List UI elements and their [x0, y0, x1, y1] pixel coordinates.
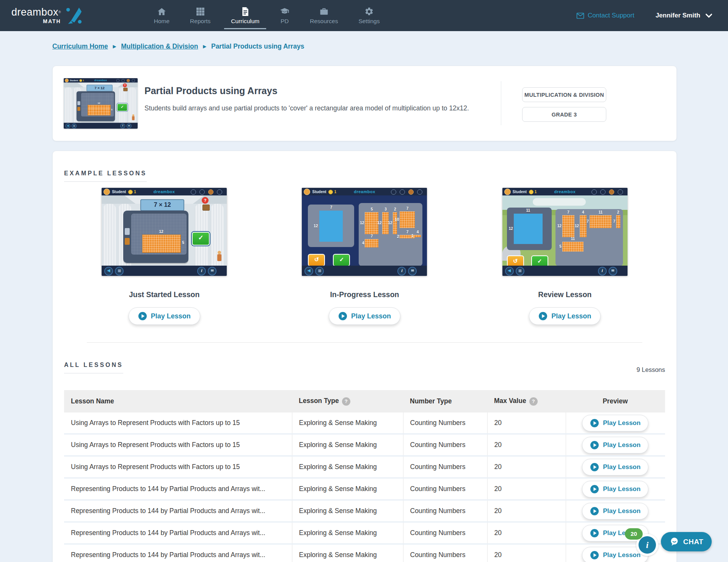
nav-item-home[interactable]: Home: [152, 7, 171, 25]
reports-grid-icon: [196, 7, 205, 16]
pause-icon: [592, 189, 597, 195]
play-lesson-button[interactable]: Play Lesson: [582, 459, 648, 475]
breadcrumb-curriculum-home[interactable]: Curriculum Home: [52, 43, 108, 50]
help-icon[interactable]: ?: [342, 397, 350, 406]
number-type-cell: Counting Numbers: [403, 522, 487, 544]
array-top-label: 12: [88, 102, 110, 105]
message-icon: ✉: [126, 123, 132, 128]
example-label: In-Progress Lesson: [330, 290, 399, 299]
keyboard-icon: ▤: [516, 267, 524, 275]
badge-group: MULTIPLICATION & DIVISION GRADE 3: [522, 87, 606, 122]
block-top-label: 5: [365, 207, 378, 212]
max-value-cell: 20: [487, 412, 566, 434]
tool-chip: [125, 228, 130, 235]
play-lesson-label: Play Lesson: [151, 312, 191, 320]
info-icon: i: [639, 536, 656, 554]
play-lesson-button[interactable]: Play Lesson: [129, 307, 200, 325]
thumbnail-review[interactable]: 1112↺✓71241211727115Student1dreambox◀▤i✉: [502, 188, 628, 276]
help-icon[interactable]: ?: [529, 397, 538, 406]
lesson-type-cell: Exploring & Sense Making: [292, 434, 403, 456]
col-number-type: Number Type: [403, 390, 487, 412]
user-name: Jennifer Smith: [656, 12, 700, 19]
info-icon: i: [120, 123, 126, 128]
preview-cell: Play Lesson: [566, 500, 665, 522]
example-lessons-row: 7 × 12?125✓Student1dreambox◀▤i✉ Just Sta…: [64, 188, 665, 325]
play-lesson-button[interactable]: Play Lesson: [582, 481, 648, 497]
number-type-cell: Counting Numbers: [403, 434, 487, 456]
table-row: Representing Products to 144 by Partial …: [64, 544, 665, 562]
play-icon: [538, 312, 548, 321]
block-side-label: 10: [393, 217, 399, 222]
play-lesson-label: Play Lesson: [603, 441, 640, 449]
nav-item-reports[interactable]: Reports: [188, 7, 212, 25]
column-decor: [64, 87, 72, 123]
lesson-type-cell: Exploring & Sense Making: [292, 522, 403, 544]
play-icon: [138, 312, 147, 321]
nav-item-curriculum[interactable]: Curriculum: [229, 7, 261, 25]
play-lesson-label: Play Lesson: [603, 419, 640, 427]
all-lessons-header: ALL LESSONS 9 Lessons: [64, 362, 665, 373]
check-button: ✓: [333, 254, 350, 266]
back-icon: ◀: [304, 267, 313, 275]
table-row: Using Arrays to Represent Products with …: [64, 434, 665, 456]
play-lesson-label: Play Lesson: [551, 312, 591, 320]
gear-icon: [364, 7, 374, 16]
user-menu[interactable]: Jennifer Smith: [656, 12, 712, 19]
play-lesson-button[interactable]: Play Lesson: [329, 307, 400, 325]
array-block: [590, 215, 612, 228]
play-lesson-label: Play Lesson: [603, 551, 640, 559]
table-header-row: Lesson Name Lesson Type? Number Type Max…: [64, 390, 665, 412]
brand-logo[interactable]: dreambox® MATH: [11, 7, 82, 24]
thumbnail-just-started[interactable]: 7 × 12?125✓Student1dreambox◀▤i✉: [102, 188, 227, 276]
lesson-type-cell: Exploring & Sense Making: [292, 500, 403, 522]
block-side-label: 7: [583, 219, 589, 224]
col-max-value: Max Value?: [487, 390, 566, 412]
info-icon: i: [598, 267, 607, 275]
chat-bubble-icon: [669, 537, 679, 547]
play-lesson-label: Play Lesson: [603, 507, 640, 515]
chat-button[interactable]: CHAT: [661, 532, 712, 551]
breadcrumb-multiplication-division[interactable]: Multiplication & Division: [121, 43, 198, 50]
game-topbar: Student1dreambox: [102, 188, 227, 195]
play-lesson-button[interactable]: Play Lesson: [582, 415, 648, 431]
block-side-label: 4: [358, 241, 364, 246]
check-button: ✓: [117, 104, 128, 112]
block-top-label: 7: [562, 210, 574, 215]
nav-label: Curriculum: [231, 18, 259, 25]
play-lesson-button[interactable]: Play Lesson: [529, 307, 601, 325]
preview-cell: Play Lesson: [566, 456, 665, 478]
table-row: Using Arrays to Represent Products with …: [64, 412, 665, 434]
balloon-basket: [123, 88, 127, 91]
strand-badge: MULTIPLICATION & DIVISION: [522, 87, 606, 102]
play-lesson-button[interactable]: Play Lesson: [582, 503, 648, 519]
lesson-description: Students build arrays and use partial pr…: [144, 102, 497, 114]
play-lesson-button[interactable]: Play Lesson: [582, 437, 648, 453]
play-icon: [590, 463, 599, 472]
example-review: 1112↺✓71241211727115Student1dreambox◀▤i✉…: [465, 188, 665, 325]
chat-label: CHAT: [683, 538, 703, 546]
back-icon: ◀: [505, 267, 514, 275]
lesson-name-cell: Using Arrays to Represent Products with …: [64, 434, 292, 456]
block-top-label: 3: [382, 207, 389, 212]
game-bottombar: ◀▤i✉: [102, 266, 227, 276]
registered-mark: ®: [58, 10, 61, 14]
block-top-label: 11: [562, 237, 584, 241]
block-side-label: 12: [556, 224, 562, 228]
thumbnail-in-progress[interactable]: 712↺✓512312212710724174Student1dreambox◀…: [302, 188, 427, 276]
nav-item-settings[interactable]: Settings: [357, 7, 381, 25]
info-icon: i: [197, 267, 206, 275]
contact-support-link[interactable]: Contact Support: [576, 12, 634, 19]
nav-label: Reports: [190, 18, 210, 25]
game-bottombar: ◀▤i✉: [302, 266, 427, 276]
lessons-card: EXAMPLE LESSONS 7 × 12?125✓Student1dream…: [52, 151, 677, 562]
rocket-icon: [65, 7, 82, 24]
target-rect: [514, 214, 543, 244]
nav-item-pd[interactable]: PD: [278, 7, 291, 25]
array-side-label: 5: [111, 109, 112, 111]
array-block: [616, 215, 620, 228]
preview-cell: Play Lesson: [566, 478, 665, 500]
lesson-header-card: 7 × 12?125✓Student1dreambox◀▤i✉ Partial …: [52, 66, 677, 141]
nav-item-resources[interactable]: Resources: [308, 7, 339, 25]
lessons-table-body: Using Arrays to Represent Products with …: [64, 412, 665, 562]
lesson-name-cell: Using Arrays to Represent Products with …: [64, 456, 292, 478]
